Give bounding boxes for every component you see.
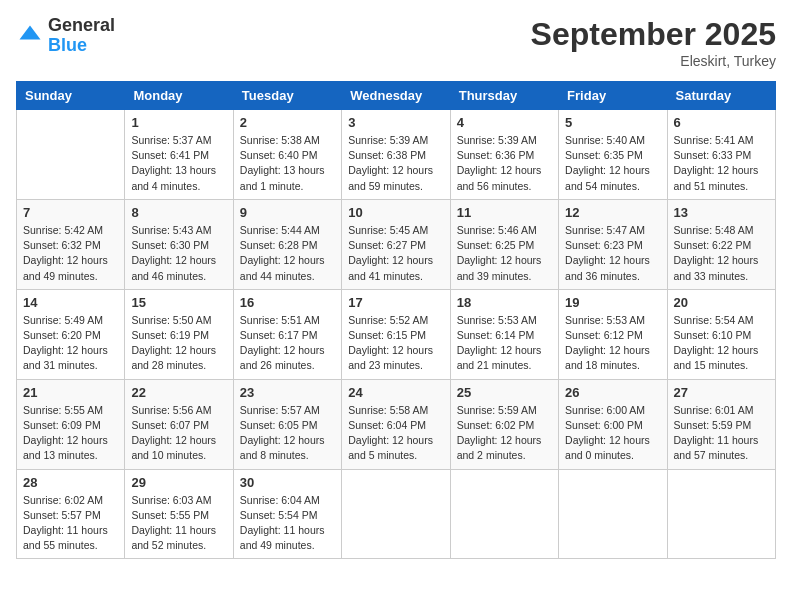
column-header-wednesday: Wednesday xyxy=(342,82,450,110)
page-header: General Blue September 2025 Eleskirt, Tu… xyxy=(16,16,776,69)
day-info: Sunrise: 5:53 AMSunset: 6:14 PMDaylight:… xyxy=(457,313,552,374)
day-info: Sunrise: 5:40 AMSunset: 6:35 PMDaylight:… xyxy=(565,133,660,194)
day-info: Sunrise: 5:53 AMSunset: 6:12 PMDaylight:… xyxy=(565,313,660,374)
column-header-tuesday: Tuesday xyxy=(233,82,341,110)
calendar-cell: 10Sunrise: 5:45 AMSunset: 6:27 PMDayligh… xyxy=(342,199,450,289)
day-number: 5 xyxy=(565,115,660,130)
calendar-cell: 13Sunrise: 5:48 AMSunset: 6:22 PMDayligh… xyxy=(667,199,775,289)
svg-marker-0 xyxy=(20,25,41,39)
calendar-cell: 30Sunrise: 6:04 AMSunset: 5:54 PMDayligh… xyxy=(233,469,341,559)
calendar-cell: 7Sunrise: 5:42 AMSunset: 6:32 PMDaylight… xyxy=(17,199,125,289)
logo-general: General xyxy=(48,15,115,35)
calendar-cell: 29Sunrise: 6:03 AMSunset: 5:55 PMDayligh… xyxy=(125,469,233,559)
logo: General Blue xyxy=(16,16,115,56)
calendar-cell: 2Sunrise: 5:38 AMSunset: 6:40 PMDaylight… xyxy=(233,110,341,200)
day-number: 10 xyxy=(348,205,443,220)
calendar-cell xyxy=(667,469,775,559)
calendar-cell xyxy=(17,110,125,200)
calendar-cell: 28Sunrise: 6:02 AMSunset: 5:57 PMDayligh… xyxy=(17,469,125,559)
calendar-cell xyxy=(559,469,667,559)
calendar-cell: 18Sunrise: 5:53 AMSunset: 6:14 PMDayligh… xyxy=(450,289,558,379)
calendar-week-row: 21Sunrise: 5:55 AMSunset: 6:09 PMDayligh… xyxy=(17,379,776,469)
day-info: Sunrise: 6:04 AMSunset: 5:54 PMDaylight:… xyxy=(240,493,335,554)
day-info: Sunrise: 5:54 AMSunset: 6:10 PMDaylight:… xyxy=(674,313,769,374)
day-info: Sunrise: 5:48 AMSunset: 6:22 PMDaylight:… xyxy=(674,223,769,284)
day-info: Sunrise: 5:43 AMSunset: 6:30 PMDaylight:… xyxy=(131,223,226,284)
day-number: 23 xyxy=(240,385,335,400)
day-number: 15 xyxy=(131,295,226,310)
day-number: 28 xyxy=(23,475,118,490)
calendar-cell: 26Sunrise: 6:00 AMSunset: 6:00 PMDayligh… xyxy=(559,379,667,469)
column-header-saturday: Saturday xyxy=(667,82,775,110)
day-info: Sunrise: 5:55 AMSunset: 6:09 PMDaylight:… xyxy=(23,403,118,464)
day-info: Sunrise: 5:42 AMSunset: 6:32 PMDaylight:… xyxy=(23,223,118,284)
calendar-cell: 21Sunrise: 5:55 AMSunset: 6:09 PMDayligh… xyxy=(17,379,125,469)
day-info: Sunrise: 5:59 AMSunset: 6:02 PMDaylight:… xyxy=(457,403,552,464)
calendar-cell: 27Sunrise: 6:01 AMSunset: 5:59 PMDayligh… xyxy=(667,379,775,469)
day-info: Sunrise: 5:39 AMSunset: 6:36 PMDaylight:… xyxy=(457,133,552,194)
day-number: 7 xyxy=(23,205,118,220)
day-info: Sunrise: 5:57 AMSunset: 6:05 PMDaylight:… xyxy=(240,403,335,464)
day-info: Sunrise: 5:37 AMSunset: 6:41 PMDaylight:… xyxy=(131,133,226,194)
column-header-monday: Monday xyxy=(125,82,233,110)
title-block: September 2025 Eleskirt, Turkey xyxy=(531,16,776,69)
day-number: 11 xyxy=(457,205,552,220)
calendar-cell: 3Sunrise: 5:39 AMSunset: 6:38 PMDaylight… xyxy=(342,110,450,200)
month-year-title: September 2025 xyxy=(531,16,776,53)
calendar-cell: 6Sunrise: 5:41 AMSunset: 6:33 PMDaylight… xyxy=(667,110,775,200)
calendar-week-row: 28Sunrise: 6:02 AMSunset: 5:57 PMDayligh… xyxy=(17,469,776,559)
calendar-week-row: 1Sunrise: 5:37 AMSunset: 6:41 PMDaylight… xyxy=(17,110,776,200)
logo-icon xyxy=(16,22,44,50)
day-number: 8 xyxy=(131,205,226,220)
location-subtitle: Eleskirt, Turkey xyxy=(531,53,776,69)
day-info: Sunrise: 6:00 AMSunset: 6:00 PMDaylight:… xyxy=(565,403,660,464)
day-number: 6 xyxy=(674,115,769,130)
column-header-thursday: Thursday xyxy=(450,82,558,110)
day-number: 2 xyxy=(240,115,335,130)
day-info: Sunrise: 5:46 AMSunset: 6:25 PMDaylight:… xyxy=(457,223,552,284)
calendar-table: SundayMondayTuesdayWednesdayThursdayFrid… xyxy=(16,81,776,559)
day-info: Sunrise: 5:56 AMSunset: 6:07 PMDaylight:… xyxy=(131,403,226,464)
calendar-cell: 23Sunrise: 5:57 AMSunset: 6:05 PMDayligh… xyxy=(233,379,341,469)
calendar-cell: 16Sunrise: 5:51 AMSunset: 6:17 PMDayligh… xyxy=(233,289,341,379)
calendar-cell xyxy=(450,469,558,559)
day-number: 17 xyxy=(348,295,443,310)
day-number: 9 xyxy=(240,205,335,220)
calendar-cell: 17Sunrise: 5:52 AMSunset: 6:15 PMDayligh… xyxy=(342,289,450,379)
calendar-week-row: 14Sunrise: 5:49 AMSunset: 6:20 PMDayligh… xyxy=(17,289,776,379)
day-number: 21 xyxy=(23,385,118,400)
day-number: 26 xyxy=(565,385,660,400)
column-header-friday: Friday xyxy=(559,82,667,110)
day-number: 24 xyxy=(348,385,443,400)
calendar-cell: 1Sunrise: 5:37 AMSunset: 6:41 PMDaylight… xyxy=(125,110,233,200)
day-info: Sunrise: 6:02 AMSunset: 5:57 PMDaylight:… xyxy=(23,493,118,554)
day-number: 22 xyxy=(131,385,226,400)
logo-text: General Blue xyxy=(48,16,115,56)
day-number: 14 xyxy=(23,295,118,310)
calendar-cell: 24Sunrise: 5:58 AMSunset: 6:04 PMDayligh… xyxy=(342,379,450,469)
day-info: Sunrise: 5:44 AMSunset: 6:28 PMDaylight:… xyxy=(240,223,335,284)
day-info: Sunrise: 5:45 AMSunset: 6:27 PMDaylight:… xyxy=(348,223,443,284)
day-info: Sunrise: 5:52 AMSunset: 6:15 PMDaylight:… xyxy=(348,313,443,374)
day-info: Sunrise: 6:01 AMSunset: 5:59 PMDaylight:… xyxy=(674,403,769,464)
day-number: 3 xyxy=(348,115,443,130)
day-info: Sunrise: 5:38 AMSunset: 6:40 PMDaylight:… xyxy=(240,133,335,194)
calendar-cell: 20Sunrise: 5:54 AMSunset: 6:10 PMDayligh… xyxy=(667,289,775,379)
day-number: 19 xyxy=(565,295,660,310)
day-info: Sunrise: 5:49 AMSunset: 6:20 PMDaylight:… xyxy=(23,313,118,374)
calendar-cell: 15Sunrise: 5:50 AMSunset: 6:19 PMDayligh… xyxy=(125,289,233,379)
calendar-week-row: 7Sunrise: 5:42 AMSunset: 6:32 PMDaylight… xyxy=(17,199,776,289)
calendar-cell: 5Sunrise: 5:40 AMSunset: 6:35 PMDaylight… xyxy=(559,110,667,200)
day-info: Sunrise: 5:58 AMSunset: 6:04 PMDaylight:… xyxy=(348,403,443,464)
calendar-cell: 9Sunrise: 5:44 AMSunset: 6:28 PMDaylight… xyxy=(233,199,341,289)
calendar-cell: 4Sunrise: 5:39 AMSunset: 6:36 PMDaylight… xyxy=(450,110,558,200)
day-number: 1 xyxy=(131,115,226,130)
day-number: 29 xyxy=(131,475,226,490)
day-info: Sunrise: 5:41 AMSunset: 6:33 PMDaylight:… xyxy=(674,133,769,194)
day-number: 18 xyxy=(457,295,552,310)
day-info: Sunrise: 5:47 AMSunset: 6:23 PMDaylight:… xyxy=(565,223,660,284)
day-info: Sunrise: 5:50 AMSunset: 6:19 PMDaylight:… xyxy=(131,313,226,374)
calendar-cell: 11Sunrise: 5:46 AMSunset: 6:25 PMDayligh… xyxy=(450,199,558,289)
calendar-cell: 25Sunrise: 5:59 AMSunset: 6:02 PMDayligh… xyxy=(450,379,558,469)
calendar-cell: 22Sunrise: 5:56 AMSunset: 6:07 PMDayligh… xyxy=(125,379,233,469)
